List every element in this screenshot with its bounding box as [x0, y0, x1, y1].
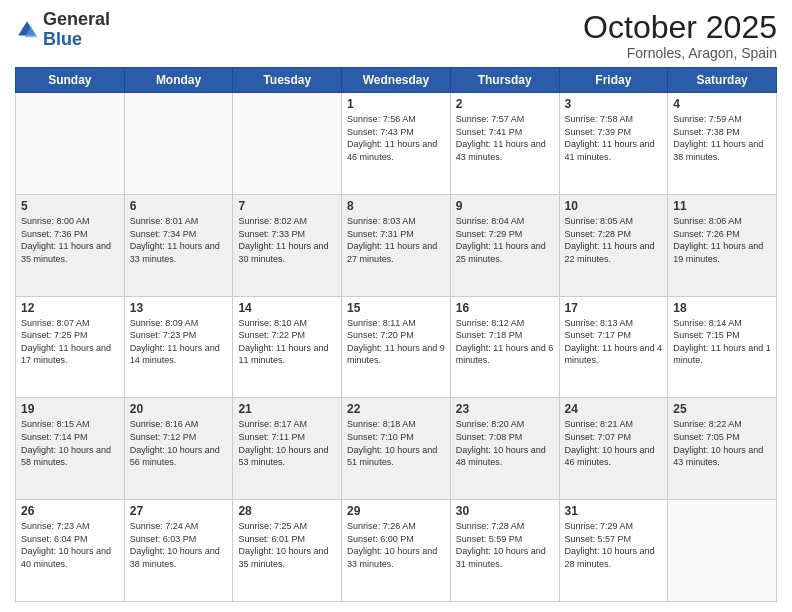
calendar-day-cell	[16, 93, 125, 195]
calendar-header-row: Sunday Monday Tuesday Wednesday Thursday…	[16, 68, 777, 93]
col-saturday: Saturday	[668, 68, 777, 93]
calendar-day-cell: 15Sunrise: 8:11 AM Sunset: 7:20 PM Dayli…	[342, 296, 451, 398]
logo-blue: Blue	[43, 29, 82, 49]
day-number: 22	[347, 402, 445, 416]
day-number: 10	[565, 199, 663, 213]
calendar-day-cell: 9Sunrise: 8:04 AM Sunset: 7:29 PM Daylig…	[450, 194, 559, 296]
logo-text: General Blue	[43, 10, 110, 50]
calendar-day-cell: 17Sunrise: 8:13 AM Sunset: 7:17 PM Dayli…	[559, 296, 668, 398]
header: General Blue October 2025 Fornoles, Arag…	[15, 10, 777, 61]
col-tuesday: Tuesday	[233, 68, 342, 93]
day-info: Sunrise: 7:24 AM Sunset: 6:03 PM Dayligh…	[130, 520, 228, 570]
calendar-day-cell: 18Sunrise: 8:14 AM Sunset: 7:15 PM Dayli…	[668, 296, 777, 398]
day-number: 12	[21, 301, 119, 315]
calendar-day-cell: 22Sunrise: 8:18 AM Sunset: 7:10 PM Dayli…	[342, 398, 451, 500]
day-info: Sunrise: 8:20 AM Sunset: 7:08 PM Dayligh…	[456, 418, 554, 468]
day-info: Sunrise: 8:12 AM Sunset: 7:18 PM Dayligh…	[456, 317, 554, 367]
calendar-day-cell: 25Sunrise: 8:22 AM Sunset: 7:05 PM Dayli…	[668, 398, 777, 500]
calendar-day-cell: 29Sunrise: 7:26 AM Sunset: 6:00 PM Dayli…	[342, 500, 451, 602]
col-thursday: Thursday	[450, 68, 559, 93]
day-number: 17	[565, 301, 663, 315]
day-number: 25	[673, 402, 771, 416]
day-info: Sunrise: 7:23 AM Sunset: 6:04 PM Dayligh…	[21, 520, 119, 570]
day-number: 11	[673, 199, 771, 213]
logo: General Blue	[15, 10, 110, 50]
day-number: 5	[21, 199, 119, 213]
day-info: Sunrise: 8:18 AM Sunset: 7:10 PM Dayligh…	[347, 418, 445, 468]
calendar-day-cell: 27Sunrise: 7:24 AM Sunset: 6:03 PM Dayli…	[124, 500, 233, 602]
page: General Blue October 2025 Fornoles, Arag…	[0, 0, 792, 612]
calendar-day-cell: 1Sunrise: 7:56 AM Sunset: 7:43 PM Daylig…	[342, 93, 451, 195]
calendar-week-row: 1Sunrise: 7:56 AM Sunset: 7:43 PM Daylig…	[16, 93, 777, 195]
day-info: Sunrise: 7:58 AM Sunset: 7:39 PM Dayligh…	[565, 113, 663, 163]
day-number: 28	[238, 504, 336, 518]
day-info: Sunrise: 7:57 AM Sunset: 7:41 PM Dayligh…	[456, 113, 554, 163]
calendar-day-cell: 10Sunrise: 8:05 AM Sunset: 7:28 PM Dayli…	[559, 194, 668, 296]
day-number: 3	[565, 97, 663, 111]
day-number: 4	[673, 97, 771, 111]
calendar-day-cell: 24Sunrise: 8:21 AM Sunset: 7:07 PM Dayli…	[559, 398, 668, 500]
calendar-day-cell: 30Sunrise: 7:28 AM Sunset: 5:59 PM Dayli…	[450, 500, 559, 602]
calendar-day-cell: 28Sunrise: 7:25 AM Sunset: 6:01 PM Dayli…	[233, 500, 342, 602]
day-info: Sunrise: 8:03 AM Sunset: 7:31 PM Dayligh…	[347, 215, 445, 265]
month-title: October 2025	[583, 10, 777, 45]
col-sunday: Sunday	[16, 68, 125, 93]
day-number: 6	[130, 199, 228, 213]
calendar-day-cell: 14Sunrise: 8:10 AM Sunset: 7:22 PM Dayli…	[233, 296, 342, 398]
day-number: 31	[565, 504, 663, 518]
day-number: 9	[456, 199, 554, 213]
day-number: 27	[130, 504, 228, 518]
calendar-week-row: 19Sunrise: 8:15 AM Sunset: 7:14 PM Dayli…	[16, 398, 777, 500]
calendar-day-cell	[668, 500, 777, 602]
day-info: Sunrise: 8:21 AM Sunset: 7:07 PM Dayligh…	[565, 418, 663, 468]
calendar-day-cell: 23Sunrise: 8:20 AM Sunset: 7:08 PM Dayli…	[450, 398, 559, 500]
day-info: Sunrise: 7:59 AM Sunset: 7:38 PM Dayligh…	[673, 113, 771, 163]
day-number: 18	[673, 301, 771, 315]
day-info: Sunrise: 8:00 AM Sunset: 7:36 PM Dayligh…	[21, 215, 119, 265]
calendar-day-cell: 6Sunrise: 8:01 AM Sunset: 7:34 PM Daylig…	[124, 194, 233, 296]
day-info: Sunrise: 7:29 AM Sunset: 5:57 PM Dayligh…	[565, 520, 663, 570]
day-number: 19	[21, 402, 119, 416]
day-info: Sunrise: 8:09 AM Sunset: 7:23 PM Dayligh…	[130, 317, 228, 367]
day-info: Sunrise: 7:56 AM Sunset: 7:43 PM Dayligh…	[347, 113, 445, 163]
day-number: 21	[238, 402, 336, 416]
day-number: 14	[238, 301, 336, 315]
day-number: 20	[130, 402, 228, 416]
calendar-day-cell: 26Sunrise: 7:23 AM Sunset: 6:04 PM Dayli…	[16, 500, 125, 602]
day-info: Sunrise: 8:13 AM Sunset: 7:17 PM Dayligh…	[565, 317, 663, 367]
day-number: 30	[456, 504, 554, 518]
calendar-day-cell: 7Sunrise: 8:02 AM Sunset: 7:33 PM Daylig…	[233, 194, 342, 296]
logo-icon	[15, 18, 39, 42]
calendar-day-cell: 4Sunrise: 7:59 AM Sunset: 7:38 PM Daylig…	[668, 93, 777, 195]
calendar-week-row: 26Sunrise: 7:23 AM Sunset: 6:04 PM Dayli…	[16, 500, 777, 602]
day-info: Sunrise: 8:02 AM Sunset: 7:33 PM Dayligh…	[238, 215, 336, 265]
calendar-day-cell: 11Sunrise: 8:06 AM Sunset: 7:26 PM Dayli…	[668, 194, 777, 296]
day-number: 23	[456, 402, 554, 416]
day-number: 13	[130, 301, 228, 315]
calendar-day-cell: 5Sunrise: 8:00 AM Sunset: 7:36 PM Daylig…	[16, 194, 125, 296]
day-info: Sunrise: 8:22 AM Sunset: 7:05 PM Dayligh…	[673, 418, 771, 468]
day-info: Sunrise: 7:26 AM Sunset: 6:00 PM Dayligh…	[347, 520, 445, 570]
calendar-day-cell: 2Sunrise: 7:57 AM Sunset: 7:41 PM Daylig…	[450, 93, 559, 195]
calendar-day-cell: 8Sunrise: 8:03 AM Sunset: 7:31 PM Daylig…	[342, 194, 451, 296]
calendar-day-cell: 31Sunrise: 7:29 AM Sunset: 5:57 PM Dayli…	[559, 500, 668, 602]
calendar: Sunday Monday Tuesday Wednesday Thursday…	[15, 67, 777, 602]
calendar-day-cell: 16Sunrise: 8:12 AM Sunset: 7:18 PM Dayli…	[450, 296, 559, 398]
location-subtitle: Fornoles, Aragon, Spain	[583, 45, 777, 61]
title-block: October 2025 Fornoles, Aragon, Spain	[583, 10, 777, 61]
calendar-week-row: 5Sunrise: 8:00 AM Sunset: 7:36 PM Daylig…	[16, 194, 777, 296]
day-number: 8	[347, 199, 445, 213]
day-number: 2	[456, 97, 554, 111]
day-info: Sunrise: 8:10 AM Sunset: 7:22 PM Dayligh…	[238, 317, 336, 367]
day-number: 1	[347, 97, 445, 111]
col-monday: Monday	[124, 68, 233, 93]
day-info: Sunrise: 8:15 AM Sunset: 7:14 PM Dayligh…	[21, 418, 119, 468]
day-info: Sunrise: 8:01 AM Sunset: 7:34 PM Dayligh…	[130, 215, 228, 265]
day-number: 16	[456, 301, 554, 315]
logo-general: General	[43, 9, 110, 29]
day-number: 26	[21, 504, 119, 518]
calendar-day-cell: 21Sunrise: 8:17 AM Sunset: 7:11 PM Dayli…	[233, 398, 342, 500]
day-number: 15	[347, 301, 445, 315]
calendar-week-row: 12Sunrise: 8:07 AM Sunset: 7:25 PM Dayli…	[16, 296, 777, 398]
day-info: Sunrise: 7:28 AM Sunset: 5:59 PM Dayligh…	[456, 520, 554, 570]
